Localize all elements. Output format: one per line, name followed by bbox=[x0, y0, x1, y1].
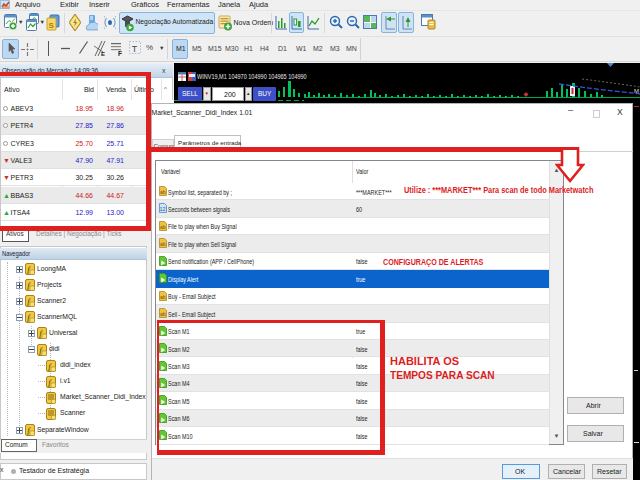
svg-text:F: F bbox=[118, 50, 122, 57]
svg-text:ab: ab bbox=[160, 224, 166, 230]
svg-text:ab: ab bbox=[160, 189, 166, 195]
svg-text:ab: ab bbox=[160, 311, 166, 317]
svg-text:S: S bbox=[49, 21, 55, 30]
svg-text:T: T bbox=[132, 44, 138, 54]
svg-text:ab: ab bbox=[160, 294, 166, 300]
svg-text:E: E bbox=[101, 51, 105, 57]
svg-text:ab: ab bbox=[160, 241, 166, 247]
svg-text:12: 12 bbox=[160, 206, 166, 212]
